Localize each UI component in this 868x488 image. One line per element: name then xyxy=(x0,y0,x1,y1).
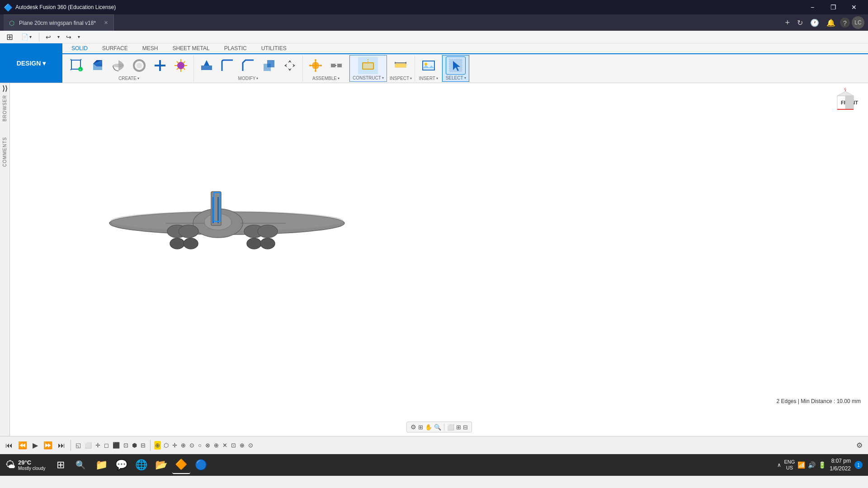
timeline-snap-10[interactable]: ⊡ xyxy=(230,441,237,450)
start-button[interactable]: ⊞ xyxy=(53,457,68,473)
step-back-button[interactable]: ⏪ xyxy=(16,440,29,451)
shell-tool[interactable] xyxy=(129,57,149,74)
extrude-tool[interactable] xyxy=(88,57,108,74)
assemble-label[interactable]: ASSEMBLE ▾ xyxy=(312,75,340,81)
close-button[interactable]: ✕ xyxy=(844,0,864,14)
clock[interactable]: 8:07 pm 1/6/2022 xyxy=(830,457,851,473)
battery-icon[interactable]: 🔋 xyxy=(818,461,826,469)
tab-sheet-metal[interactable]: SHEET METAL xyxy=(165,43,217,54)
revolve-tool[interactable] xyxy=(108,57,128,74)
svg-point-55 xyxy=(170,238,184,249)
select-label[interactable]: SELECT ▾ xyxy=(446,75,466,80)
redo-dropdown[interactable]: ▾ xyxy=(75,33,83,40)
chrome-taskbar[interactable]: 🌐 xyxy=(132,456,151,474)
help-button[interactable]: ? xyxy=(840,18,850,28)
rib-tool[interactable] xyxy=(150,57,170,74)
timeline-snap-4[interactable]: ⊕ xyxy=(180,441,187,450)
timeline-snap-1[interactable]: ⊕ xyxy=(154,441,161,450)
measure-icon xyxy=(393,58,408,73)
sketch-tool[interactable]: + xyxy=(67,57,87,74)
browser-label[interactable]: BROWSER xyxy=(1,92,8,124)
inspect-label[interactable]: INSPECT ▾ xyxy=(390,75,412,81)
measure-tool[interactable] xyxy=(391,57,410,74)
construct-label[interactable]: CONSTRUCT ▾ xyxy=(353,75,384,80)
timeline-tool-3[interactable]: ✛ xyxy=(94,441,101,450)
move-tool[interactable] xyxy=(280,57,300,74)
fillet-tool[interactable] xyxy=(217,57,237,74)
construct-plane-tool[interactable] xyxy=(358,57,378,74)
timeline-snap-9[interactable]: ✕ xyxy=(222,441,228,450)
tab-surface[interactable]: SURFACE xyxy=(95,43,135,54)
settings-button[interactable]: ⚙ xyxy=(854,440,864,451)
app-menu-button[interactable]: ⊞ xyxy=(4,31,16,43)
view-cube[interactable]: Z FRONT xyxy=(827,88,863,124)
notification-badge[interactable]: 1 xyxy=(854,461,863,469)
chamfer-tool[interactable] xyxy=(238,57,258,74)
discord-taskbar[interactable]: 💬 xyxy=(113,456,131,474)
timeline-tool-6[interactable]: ⊡ xyxy=(123,441,129,450)
sidebar-toggle[interactable]: ⟩⟩ xyxy=(2,85,8,91)
redo-button[interactable]: ↪ xyxy=(63,33,74,42)
notifications-button[interactable]: 🔔 xyxy=(824,17,838,29)
press-pull-tool[interactable] xyxy=(197,57,217,74)
select-tool[interactable] xyxy=(446,56,466,75)
user-button[interactable]: LC xyxy=(852,16,864,29)
viewport[interactable]: Z FRONT 2 Edges | Min Distance : 10.00 m… xyxy=(10,83,868,436)
svg-point-25 xyxy=(320,65,322,66)
minimize-button[interactable]: − xyxy=(802,0,823,14)
network-taskbar[interactable]: 🔵 xyxy=(192,456,210,474)
undo-button[interactable]: ↩ xyxy=(43,33,54,42)
create-label[interactable]: CREATE ▾ xyxy=(118,75,139,81)
insert-image-tool[interactable] xyxy=(419,57,439,74)
timeline-snap-8[interactable]: ⊕ xyxy=(213,441,220,450)
step-forward-button[interactable]: ⏩ xyxy=(42,440,54,451)
timeline-snap-2[interactable]: ⬡ xyxy=(163,441,170,450)
refresh-button[interactable]: ↻ xyxy=(794,17,806,29)
search-button[interactable]: 🔍 xyxy=(72,458,89,472)
active-tab[interactable]: ⬡ Plane 20cm wingspan final v18* ✕ xyxy=(4,14,114,31)
comments-label[interactable]: COMMENTS xyxy=(1,134,8,169)
weather-widget[interactable]: 🌤 29°C Mostly cloudy xyxy=(5,459,46,471)
combine-tool[interactable] xyxy=(259,57,279,74)
tab-solid[interactable]: SOLID xyxy=(64,43,95,54)
timeline-snap-6[interactable]: ○ xyxy=(197,441,203,450)
add-tab-button[interactable]: + xyxy=(782,16,793,29)
timeline-snap-3[interactable]: ✛ xyxy=(171,441,178,450)
timeline-tool-2[interactable]: ⬜ xyxy=(84,441,93,450)
tab-mesh[interactable]: MESH xyxy=(135,43,165,54)
undo-dropdown[interactable]: ▾ xyxy=(55,33,62,40)
modify-label[interactable]: MODIFY ▾ xyxy=(238,75,259,81)
timeline-tool-7[interactable]: ⬢ xyxy=(131,441,138,450)
timeline-snap-11[interactable]: ⊕ xyxy=(239,441,245,450)
wifi-icon[interactable]: 📶 xyxy=(797,461,805,469)
joint-tool[interactable] xyxy=(326,57,346,74)
tab-close-button[interactable]: ✕ xyxy=(104,20,108,26)
file-explorer-taskbar[interactable]: 📁 xyxy=(93,456,111,474)
timeline-snap-5[interactable]: ⊙ xyxy=(189,441,195,450)
skip-forward-button[interactable]: ⏭ xyxy=(56,440,67,451)
timeline-tool-5[interactable]: ⬛ xyxy=(112,441,121,450)
sound-icon[interactable]: 🔊 xyxy=(808,461,816,469)
design-button[interactable]: DESIGN ▾ xyxy=(0,43,62,83)
tab-plastic[interactable]: PLASTIC xyxy=(217,43,254,54)
maximize-button[interactable]: ❐ xyxy=(823,0,844,14)
new-component-tool[interactable] xyxy=(306,57,326,74)
timeline-tool-4[interactable]: ◻ xyxy=(103,441,110,450)
folders-taskbar[interactable]: 📂 xyxy=(152,456,170,474)
tray-expand-button[interactable]: ∧ xyxy=(777,462,781,468)
play-button[interactable]: ▶ xyxy=(31,440,40,451)
timeline-tool-1[interactable]: ◱ xyxy=(75,441,82,450)
fusion360-taskbar[interactable]: 🔶 xyxy=(172,456,190,474)
history-button[interactable]: 🕐 xyxy=(807,17,822,29)
insert-label[interactable]: INSERT ▾ xyxy=(419,75,438,81)
file-menu-button[interactable]: 📄 ▾ xyxy=(18,33,35,41)
timeline-tool-8[interactable]: ⊟ xyxy=(140,441,146,450)
tab-utilities[interactable]: UTILITIES xyxy=(254,43,294,54)
pattern-tool[interactable] xyxy=(171,57,191,74)
timeline-snap-12[interactable]: ⊙ xyxy=(247,441,254,450)
timeline-snap-7[interactable]: ⊗ xyxy=(204,441,211,450)
title-left: 🔷 Autodesk Fusion 360 (Education License… xyxy=(4,3,116,12)
skip-back-button[interactable]: ⏮ xyxy=(4,440,14,451)
language-indicator: ENGUS xyxy=(784,459,795,471)
create-tools: + xyxy=(67,56,191,75)
